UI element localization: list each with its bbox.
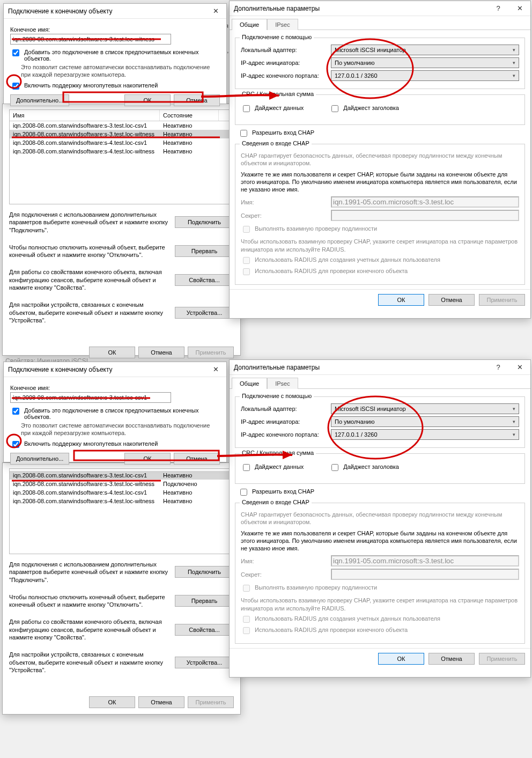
- chap-secret-label: Секрет:: [241, 571, 327, 578]
- table-row[interactable]: iqn.2008-08.com.starwindsoftware:s-4.tes…: [10, 138, 233, 147]
- digest-data-checkbox[interactable]: [243, 105, 250, 112]
- initiator-ip-combo[interactable]: По умолчанию▾: [331, 416, 519, 427]
- group-legend: CRC / Контрольная сумма: [240, 450, 316, 456]
- help-icon[interactable]: ?: [487, 1, 509, 16]
- endpoint-input[interactable]: [10, 34, 171, 45]
- connect-button[interactable]: Подключить: [175, 216, 234, 228]
- digest-data-checkbox[interactable]: [243, 464, 250, 471]
- apply-button[interactable]: Применить: [479, 294, 525, 306]
- group-legend: Сведения о входе CHAP: [240, 499, 312, 505]
- cancel-button[interactable]: Отмена: [138, 696, 184, 708]
- table-row[interactable]: iqn.2008-08.com.starwindsoftware:s-4.tes…: [10, 497, 233, 505]
- connect-help: Для подключения с использованием дополни…: [9, 211, 169, 234]
- chevron-down-icon: ▾: [513, 73, 515, 78]
- apply-button[interactable]: Применить: [188, 347, 234, 358]
- ok-button[interactable]: ОК: [378, 294, 424, 306]
- chap-hint2: Укажите те же имя пользователя и секрет …: [241, 529, 519, 553]
- table-row[interactable]: iqn.2008-08.com.starwindsoftware:s-4.tes…: [10, 147, 233, 156]
- ok-button[interactable]: ОК: [124, 94, 171, 106]
- cancel-button[interactable]: Отмена: [428, 294, 475, 306]
- cancel-button[interactable]: Отмена: [138, 347, 184, 358]
- mutual-auth-checkbox: [243, 585, 250, 592]
- dialog-title: Дополнительные параметры: [234, 5, 487, 12]
- table-row[interactable]: iqn.2008-08.com.starwindsoftware:s-3.tes…: [10, 121, 233, 130]
- col-name[interactable]: Имя: [10, 110, 160, 121]
- col-state[interactable]: Состояние: [160, 110, 219, 121]
- group-crc: CRC / Контрольная сумма Дайджест данных …: [235, 453, 525, 484]
- help-icon[interactable]: ?: [487, 360, 509, 375]
- break-button[interactable]: Прервать: [175, 245, 234, 257]
- advanced-params-2: Дополнительные параметры ? ✕ Общие IPsec…: [229, 359, 531, 678]
- radius-creds-checkbox: [243, 616, 250, 623]
- ok-button[interactable]: ОК: [89, 696, 135, 708]
- advanced-button[interactable]: Дополнительно...: [10, 94, 69, 106]
- close-icon[interactable]: ✕: [205, 362, 226, 377]
- portal-ip-combo[interactable]: 127.0.0.1 / 3260▾: [331, 70, 519, 81]
- devices-button[interactable]: Устройства...: [175, 657, 234, 668]
- add-favorite-checkbox[interactable]: [12, 408, 19, 415]
- enable-chap-checkbox[interactable]: [240, 130, 247, 137]
- favorite-hint: Это позволит системе автоматически восст…: [21, 64, 220, 79]
- adapter-combo[interactable]: Microsoft iSCSI инициатор▾: [331, 45, 519, 55]
- tab-general[interactable]: Общие: [232, 378, 267, 389]
- digest-header-checkbox[interactable]: [331, 464, 338, 471]
- portal-ip-combo[interactable]: 127.0.0.1 / 3260▾: [331, 429, 519, 440]
- enable-chap-checkbox[interactable]: [240, 489, 247, 496]
- tab-ipsec[interactable]: IPsec: [267, 378, 298, 389]
- group-connect-with: Подключение с помощью Локальный адаптер:…: [235, 396, 525, 448]
- apply-button[interactable]: Применить: [479, 653, 525, 665]
- devices-button[interactable]: Устройства...: [175, 307, 234, 319]
- add-favorite-label: Добавить это подключение в список предпо…: [24, 407, 220, 420]
- cancel-button[interactable]: Отмена: [174, 94, 220, 106]
- ok-button[interactable]: ОК: [89, 347, 135, 358]
- table-row[interactable]: iqn.2008-08.com.starwindsoftware:s-3.tes…: [10, 130, 233, 138]
- connect-dialog-2: Подключение к конечному объекту ✕ Конечн…: [3, 362, 227, 462]
- radius-target-label: Использовать RADIUS для проверки конечно…: [255, 268, 408, 274]
- adapter-combo[interactable]: Microsoft iSCSI инициатор▾: [331, 403, 519, 414]
- advanced-button[interactable]: Дополнительно...: [10, 453, 69, 465]
- chap-name-input: [331, 555, 519, 566]
- properties-button[interactable]: Свойства...: [175, 274, 234, 286]
- digest-header-checkbox[interactable]: [331, 105, 338, 112]
- chap-secret-input: [331, 569, 519, 580]
- add-favorite-checkbox[interactable]: [12, 49, 19, 56]
- tab-ipsec[interactable]: IPsec: [267, 19, 298, 30]
- close-icon[interactable]: ✕: [205, 4, 226, 19]
- properties-button[interactable]: Свойства...: [175, 624, 234, 636]
- mpio-checkbox[interactable]: [12, 441, 19, 448]
- table-row[interactable]: iqn.2008-08.com.starwindsoftware:s-3.tes…: [10, 480, 233, 488]
- dialog-title: Подключение к конечному объекту: [8, 8, 205, 15]
- break-button[interactable]: Прервать: [175, 595, 234, 607]
- endpoint-label: Конечное имя:: [10, 385, 220, 391]
- chap-name-input: [331, 196, 519, 208]
- tab-general[interactable]: Общие: [232, 19, 267, 30]
- ok-button[interactable]: ОК: [124, 453, 171, 465]
- cancel-button[interactable]: Отмена: [428, 653, 475, 665]
- table-row[interactable]: iqn.2008-08.com.starwindsoftware:s-3.tes…: [10, 471, 233, 480]
- chap-secret-label: Секрет:: [241, 212, 327, 219]
- apply-button[interactable]: Применить: [188, 696, 234, 708]
- disconnect-help: Чтобы полностью отключить конечный объек…: [9, 593, 169, 609]
- advanced-params-1: Дополнительные параметры ? ✕ Общие IPsec…: [229, 1, 531, 319]
- endpoint-input[interactable]: [10, 392, 171, 403]
- table-row[interactable]: iqn.2008-08.com.starwindsoftware:s-4.tes…: [10, 488, 233, 497]
- mpio-checkbox[interactable]: [12, 83, 19, 90]
- connect-button[interactable]: Подключить: [175, 566, 234, 578]
- group-legend: Подключение с помощью: [240, 393, 314, 399]
- close-icon[interactable]: ✕: [509, 360, 530, 375]
- chap-name-label: Имя:: [241, 199, 327, 205]
- mutual-auth-label: Выполнять взаимную проверку подлинности: [255, 225, 377, 232]
- radius-creds-label: Использовать RADIUS для создания учетных…: [255, 256, 440, 263]
- chevron-down-icon: ▾: [513, 47, 515, 53]
- mpio-label: Включить поддержку многопутевых накопите…: [24, 440, 158, 447]
- cancel-button[interactable]: Отмена: [174, 453, 220, 465]
- ok-button[interactable]: ОК: [378, 653, 424, 665]
- initiator-ip-combo[interactable]: По умолчанию▾: [331, 57, 519, 68]
- adapter-label: Локальный адаптер:: [241, 47, 327, 53]
- digest-header-label: Дайджест заголовка: [343, 105, 399, 111]
- radius-target-checkbox: [243, 627, 250, 634]
- group-legend: Сведения о входе CHAP: [240, 140, 312, 146]
- devices-help: Для настройки устройств, связанных с кон…: [9, 301, 169, 324]
- connect-help: Для подключения с использованием дополни…: [9, 561, 169, 584]
- close-icon[interactable]: ✕: [509, 1, 530, 16]
